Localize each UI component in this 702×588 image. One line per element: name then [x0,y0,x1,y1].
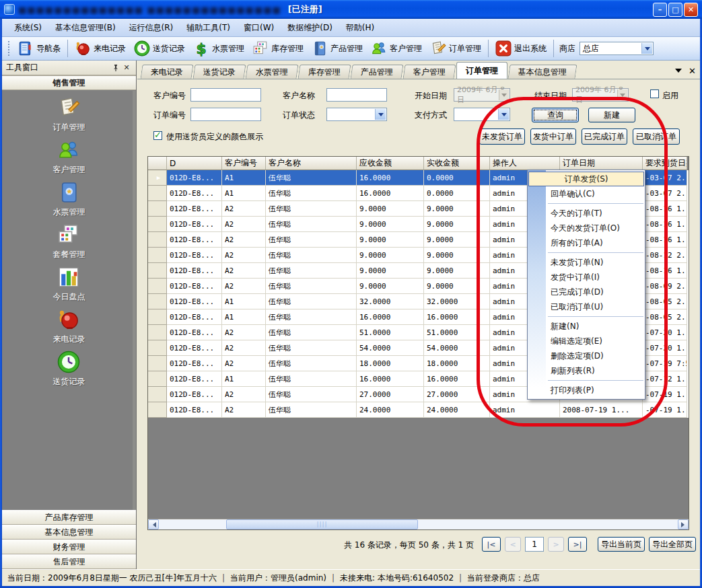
scroll-left-arrow-icon[interactable] [148,519,159,529]
toolbar-button-inventory[interactable]: 库存管理 [248,38,308,59]
last-page-button[interactable]: >| [568,537,587,552]
context-menu-item-3[interactable]: 今天的订单(T) [528,206,645,221]
maximize-button[interactable]: □ [668,3,682,17]
close-icon[interactable]: ✕ [689,66,696,76]
toolbar-button-orders[interactable]: 订单管理 [426,38,485,59]
menu-item-0[interactable]: 系统(S) [7,20,48,36]
sidebar-item-call-records[interactable]: 来电记录 [2,308,136,351]
delivery-color-checkbox[interactable] [153,131,162,140]
sidebar-item-packages[interactable]: 套餐管理 [2,223,136,266]
status-filter-unshipped[interactable]: 未发货订单 [479,128,525,145]
next-page-button[interactable]: > [548,537,564,552]
context-menu-item-15[interactable]: 刷新列表(R) [528,363,645,378]
tab-6[interactable]: 订单管理 [456,62,507,79]
export-current-page-button[interactable]: 导出当前页 [598,537,645,552]
context-menu-item-9[interactable]: 已完成订单(D) [528,285,645,299]
column-header-5[interactable]: 实收金额 [424,157,490,170]
context-menu-item-10[interactable]: 已取消订单(U) [528,299,645,314]
minimize-button[interactable]: – [653,3,667,17]
toolbar-button-customers[interactable]: 客户管理 [367,38,426,59]
enable-checkbox[interactable] [650,89,659,98]
sidebar-item-delivery-records[interactable]: 送货记录 [2,351,136,393]
toolbar-button-nav[interactable]: 导航条 [13,38,65,59]
prev-page-button[interactable]: < [505,537,521,552]
menu-item-5[interactable]: 数据维护(D) [281,20,339,36]
toolbar-button-water-tickets[interactable]: $水票管理 [189,38,248,59]
tab-1[interactable]: 送货记录 [193,65,246,79]
query-button[interactable]: 查询 [532,108,579,122]
column-header-7[interactable]: 订单日期 [560,157,643,170]
pin-icon[interactable] [110,63,121,73]
first-page-button[interactable]: |< [482,537,501,552]
sidebar-scrollbar[interactable] [133,91,136,510]
order-code-input[interactable] [190,108,261,121]
context-menu-item-8[interactable]: 发货中订单(I) [528,270,645,285]
page-number-input[interactable]: 1 [525,537,544,552]
column-header-0[interactable] [148,157,167,170]
context-menu-item-12[interactable]: 新建(N) [528,319,645,334]
context-menu-item-1[interactable]: 回单确认(C) [528,186,645,201]
tab-2[interactable]: 水票管理 [246,65,299,79]
toolbar-grip[interactable] [7,40,11,57]
sidebar-item-water-tickets[interactable]: 水票管理 [2,181,136,223]
close-icon[interactable]: ✕ [121,63,132,73]
sidebar-section-sales[interactable]: 销售管理 [2,75,136,90]
chevron-down-icon[interactable] [675,69,682,76]
new-button[interactable]: 新建 [588,108,635,122]
sidebar-section-2[interactable]: 财务管理 [2,540,136,554]
column-header-8[interactable]: 要求到货日期 [643,157,687,170]
context-menu-item-14[interactable]: 删除选定项(D) [528,348,645,363]
tab-4[interactable]: 产品管理 [351,65,404,79]
customer-code-input[interactable] [190,88,261,102]
column-header-3[interactable]: 客户名称 [266,157,357,170]
menu-item-3[interactable]: 辅助工具(T) [180,20,237,36]
shop-select[interactable]: 总店 [580,42,654,55]
toolbar-button-exit[interactable]: 退出系统 [491,38,551,59]
context-menu-item-17[interactable]: 打印列表(P) [528,383,645,398]
start-date-picker[interactable]: 2009年 6月 8日 [454,88,510,102]
close-button[interactable]: ✕ [684,3,698,17]
column-header-6[interactable]: 操作人 [490,157,560,170]
context-menu-item-7[interactable]: 未发货订单(N) [528,255,645,270]
tab-0[interactable]: 来电记录 [141,65,194,79]
context-menu-item-0[interactable]: 订单发货(S) [528,172,644,186]
chevron-down-icon[interactable] [641,43,652,54]
column-header-2[interactable]: 客户编号 [222,157,266,170]
menu-item-1[interactable]: 基本信息管理(B) [48,20,122,36]
pay-method-select[interactable] [454,108,510,121]
toolbar-button-call-records[interactable]: 来电记录 [71,38,130,59]
sidebar-section-0[interactable]: 产品库存管理 [2,510,136,525]
context-menu-item-13[interactable]: 编辑选定项(E) [528,334,645,348]
sidebar-item-orders[interactable]: 订单管理 [2,96,136,139]
menu-item-6[interactable]: 帮助(H) [339,20,381,36]
chevron-down-icon[interactable] [375,109,386,120]
toolbar-button-delivery-records[interactable]: 送货记录 [130,38,189,59]
horizontal-scrollbar[interactable] [148,519,689,529]
export-all-pages-button[interactable]: 导出全部页 [649,537,696,552]
tab-7[interactable]: 基本信息管理 [508,65,577,79]
scrollbar-thumb[interactable] [226,519,418,529]
sidebar-item-customers[interactable]: 客户管理 [2,139,136,181]
context-menu-item-4[interactable]: 今天的发货订单(O) [528,221,645,235]
end-date-picker[interactable]: 2009年 6月 8日 [572,88,629,102]
column-header-1[interactable]: D [167,157,222,170]
status-filter-cancelled[interactable]: 已取消订单 [633,128,680,145]
context-menu-item-5[interactable]: 所有的订单(A) [528,235,645,250]
order-status-select[interactable] [326,108,387,121]
chevron-down-icon[interactable] [498,109,509,120]
sidebar-section-1[interactable]: 基本信息管理 [2,525,136,540]
toolbar-button-products[interactable]: 产品管理 [308,38,367,59]
menu-item-4[interactable]: 窗口(W) [237,20,281,36]
sidebar-item-label: 今日盘点 [53,291,85,303]
sidebar-item-today-inventory[interactable]: 今日盘点 [2,266,136,308]
customer-name-input[interactable] [326,88,387,102]
scroll-right-arrow-icon[interactable] [678,519,689,529]
menu-item-2[interactable]: 运行信息(R) [122,20,180,36]
column-header-4[interactable]: 应收金额 [357,157,424,170]
tab-5[interactable]: 客户管理 [403,65,456,79]
sidebar-section-3[interactable]: 售后管理 [2,554,136,569]
status-filter-completed[interactable]: 已完成订单 [582,128,627,145]
status-filter-shipping[interactable]: 发货中订单 [530,128,576,145]
table-row[interactable]: 012D-E8...A2伍华聪24.000024.0000admin2008-0… [148,402,689,418]
tab-3[interactable]: 库存管理 [298,65,351,79]
